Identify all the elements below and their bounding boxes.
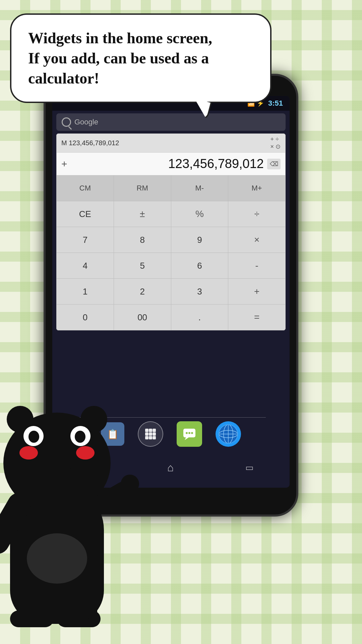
apps-grid-icon <box>143 427 158 441</box>
calc-btn-equals[interactable]: = <box>228 305 285 330</box>
nav-recent-button[interactable]: ▭ <box>245 463 254 473</box>
svg-rect-8 <box>153 436 156 439</box>
calc-btn-8[interactable]: 8 <box>114 227 171 253</box>
calc-btn-3[interactable]: 3 <box>171 279 228 304</box>
svg-point-11 <box>186 432 188 434</box>
svg-point-13 <box>191 432 193 434</box>
svg-rect-7 <box>149 436 152 439</box>
svg-point-12 <box>188 432 190 434</box>
calc-btn-1[interactable]: 1 <box>57 279 114 304</box>
calc-btn-4[interactable]: 4 <box>57 253 114 278</box>
bear-eye-right <box>75 431 85 443</box>
calc-btn-plusminus[interactable]: ± <box>114 201 171 227</box>
calc-memory-display: M 123,456,789,012 <box>61 139 119 147</box>
calc-number: 123,456,789,012 <box>67 157 267 171</box>
calc-btn-subtract[interactable]: - <box>228 253 285 278</box>
calc-memory-row: M 123,456,789,012 + ÷× ⊙ <box>57 134 285 153</box>
svg-rect-4 <box>149 432 152 436</box>
nav-home-button[interactable]: ⌂ <box>167 462 174 474</box>
calc-btn-7[interactable]: 7 <box>57 227 114 253</box>
calc-btn-cm[interactable]: CM <box>57 175 114 201</box>
globe-icon <box>218 424 238 444</box>
speech-bubble: Widgets in the home screen, If you add, … <box>10 13 272 103</box>
calc-buttons-grid: CM RM M- M+ CE ± % ÷ 7 8 9 × 4 5 6 - <box>57 175 285 330</box>
calc-btn-0[interactable]: 0 <box>57 305 114 330</box>
calc-btn-6[interactable]: 6 <box>171 253 228 278</box>
dock-icon-globe[interactable] <box>216 421 241 447</box>
calculator-widget: M 123,456,789,012 + ÷× ⊙ + 123,456,789,0… <box>56 133 286 330</box>
calc-backspace-button[interactable]: ⌫ <box>267 159 281 169</box>
bear-eye-left <box>28 431 39 443</box>
calc-op-icon: + ÷× ⊙ <box>270 136 281 150</box>
search-icon <box>62 117 71 127</box>
bubble-line1: Widgets in the home screen, <box>28 30 212 47</box>
calc-btn-mminus[interactable]: M- <box>171 175 228 201</box>
calc-btn-multiply[interactable]: × <box>228 227 285 253</box>
calc-btn-rm[interactable]: RM <box>114 175 171 201</box>
search-bar[interactable]: Google <box>56 113 286 131</box>
calc-btn-9[interactable]: 9 <box>171 227 228 253</box>
bear-cheek-left <box>19 446 38 460</box>
svg-rect-2 <box>153 429 156 432</box>
svg-rect-3 <box>145 432 148 436</box>
calc-btn-decimal[interactable]: . <box>171 305 228 330</box>
calc-display: + 123,456,789,012 ⌫ <box>57 153 285 175</box>
dock-icon-chat[interactable] <box>177 421 202 447</box>
bear-cheek-right <box>76 446 95 460</box>
svg-rect-5 <box>153 432 156 436</box>
speech-bubble-text: Widgets in the home screen, If you add, … <box>28 28 253 88</box>
calc-sign: + <box>61 158 67 170</box>
chat-icon <box>182 427 197 441</box>
calc-btn-ce[interactable]: CE <box>57 201 114 227</box>
bubble-line2: If you add, can be used as a calculator! <box>28 50 209 87</box>
bear-belly <box>27 533 87 584</box>
bear-hand-point <box>121 475 139 493</box>
svg-rect-0 <box>145 429 148 432</box>
svg-rect-1 <box>149 429 152 432</box>
dock-icon-apps[interactable] <box>138 421 163 447</box>
calc-btn-doublezero[interactable]: 00 <box>114 305 171 330</box>
status-time: 3:51 <box>268 99 283 108</box>
kumamon-character <box>0 396 141 624</box>
calc-btn-add[interactable]: + <box>228 279 285 304</box>
calc-btn-divide[interactable]: ÷ <box>228 201 285 227</box>
svg-rect-6 <box>145 436 148 439</box>
calc-btn-2[interactable]: 2 <box>114 279 171 304</box>
calc-btn-percent[interactable]: % <box>171 201 228 227</box>
svg-marker-10 <box>185 437 189 440</box>
search-placeholder: Google <box>74 118 98 126</box>
calc-btn-5[interactable]: 5 <box>114 253 171 278</box>
calc-btn-mplus[interactable]: M+ <box>228 175 285 201</box>
